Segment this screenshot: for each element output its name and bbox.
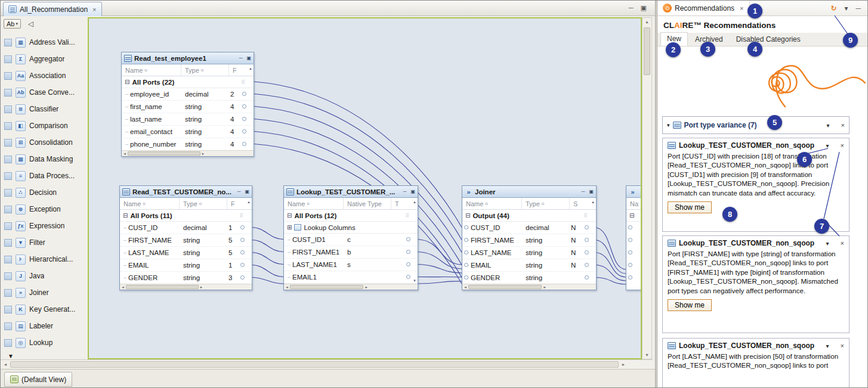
palette-item-association[interactable]: AaAssociation bbox=[4, 67, 88, 84]
drag-handle[interactable] bbox=[4, 306, 12, 313]
input-port-dots[interactable] bbox=[628, 225, 633, 280]
port-group-row[interactable]: ⊟ All Ports (11) ⠿ bbox=[120, 210, 252, 222]
palette-item-filter[interactable]: ▼Filter bbox=[4, 234, 88, 251]
dismiss-group-icon[interactable]: × bbox=[841, 122, 845, 129]
scroll-left-icon[interactable]: ◄ bbox=[1, 362, 10, 367]
port-row[interactable]: GENDERstring bbox=[462, 272, 596, 284]
output-port-dots[interactable] bbox=[242, 92, 247, 146]
scrollbar-thumb[interactable] bbox=[468, 285, 542, 289]
port-row[interactable]: LAST_NAMEstring5 bbox=[120, 247, 252, 259]
view-menu-icon[interactable]: ▾ bbox=[844, 4, 848, 13]
drag-handle[interactable] bbox=[4, 39, 12, 46]
minimize-icon[interactable]: ─ bbox=[855, 4, 861, 13]
tab-default-view[interactable]: (Default View) bbox=[4, 372, 72, 387]
collapse-icon[interactable]: ⊟ bbox=[629, 212, 634, 219]
box-horizontal-scrollbar[interactable]: ◄► bbox=[284, 284, 418, 290]
palette-item-case-converter[interactable]: AbCase Conve... bbox=[4, 84, 88, 101]
port-row[interactable]: employee_iddecimal2 bbox=[122, 88, 254, 101]
maximize-icon[interactable]: ▣ bbox=[641, 4, 647, 12]
expander-icon[interactable]: ▾ bbox=[667, 122, 670, 128]
port-row[interactable]: first_namestring4 bbox=[122, 101, 254, 113]
palette-item-address-validator[interactable]: ▦Address Vali... bbox=[4, 34, 88, 51]
palette-item-key-generator[interactable]: KKey Generat... bbox=[4, 301, 88, 318]
palette-item-exception[interactable]: ⊗Exception bbox=[4, 201, 88, 218]
collapse-icon[interactable]: ⊟ bbox=[123, 212, 128, 219]
dismiss-icon[interactable]: × bbox=[841, 342, 844, 349]
port-row[interactable]: LAST_NAME1s bbox=[284, 259, 418, 271]
drag-handle[interactable] bbox=[4, 322, 12, 330]
palette-item-aggregator[interactable]: ΣAggregator bbox=[4, 51, 88, 67]
collapse-icon[interactable]: ⊟ bbox=[287, 212, 292, 219]
port-row[interactable]: FIRST_NAMEstringN bbox=[462, 234, 596, 247]
drag-handle[interactable] bbox=[4, 172, 12, 180]
minimize-icon[interactable]: ─ bbox=[239, 55, 243, 61]
column-header-extra[interactable]: T bbox=[395, 200, 399, 207]
mapping-canvas[interactable]: Read_test_employee1 ─ ▣ Nameo Typeo F ▲ … bbox=[88, 17, 642, 359]
scroll-up-icon[interactable]: ▲ bbox=[645, 18, 649, 26]
palette-item-classifier[interactable]: ≋Classifier bbox=[4, 101, 88, 117]
table-view-icon[interactable]: ▣ bbox=[589, 189, 594, 194]
drag-handle[interactable] bbox=[4, 89, 12, 97]
drag-handle[interactable] bbox=[4, 55, 12, 63]
transformation-box-read-test-employee1[interactable]: Read_test_employee1 ─ ▣ Nameo Typeo F ▲ … bbox=[121, 52, 254, 157]
box-title-bar[interactable]: Read_TEST_CUSTOMER_no... ─ ▣ bbox=[120, 186, 252, 198]
table-view-icon[interactable]: ▣ bbox=[246, 55, 251, 61]
scrollbar-thumb[interactable] bbox=[290, 285, 363, 289]
expand-icon[interactable]: ⊞ bbox=[287, 224, 292, 231]
table-view-icon[interactable]: ▣ bbox=[410, 189, 415, 194]
show-me-button[interactable]: Show me bbox=[668, 201, 712, 213]
scroll-up-icon[interactable]: ▲ bbox=[591, 200, 595, 204]
column-header-name[interactable]: Name bbox=[125, 67, 143, 74]
column-header-type[interactable]: Type bbox=[185, 67, 199, 74]
transformation-box-joiner[interactable]: » Joiner ─ ▣ Nameo Typeo S ▲ ⊟ Output (4… bbox=[462, 185, 597, 290]
scrollbar-thumb[interactable] bbox=[10, 361, 619, 368]
port-row[interactable]: email_contactstring4 bbox=[122, 126, 254, 138]
scroll-up-icon[interactable]: ▲ bbox=[413, 200, 416, 204]
box-horizontal-scrollbar[interactable]: ◄► bbox=[122, 150, 254, 156]
palette-item-data-masking[interactable]: ▩Data Masking bbox=[4, 151, 88, 167]
drag-handle[interactable] bbox=[4, 72, 12, 80]
output-port-dots[interactable] bbox=[585, 225, 589, 280]
port-group-row[interactable]: ⊟ All Ports (12) ⠿ bbox=[284, 210, 418, 222]
refresh-icon[interactable]: ↻ bbox=[830, 4, 836, 13]
canvas-vertical-scrollbar[interactable]: ▲ ▼ bbox=[642, 17, 652, 359]
lookup-columns-row[interactable]: ⊞ Lookup Columns bbox=[284, 222, 418, 234]
drag-handle[interactable] bbox=[4, 139, 12, 147]
box-title-bar[interactable]: » bbox=[626, 186, 642, 198]
minimize-icon[interactable]: ─ bbox=[237, 189, 241, 194]
collapse-palette-icon[interactable]: ◁ bbox=[28, 20, 33, 28]
scrollbar-thumb[interactable] bbox=[126, 285, 199, 289]
close-icon[interactable]: × bbox=[92, 6, 96, 13]
box-horizontal-scrollbar[interactable]: ◄► bbox=[462, 284, 596, 290]
port-row[interactable]: LAST_NAMEstringN bbox=[462, 247, 596, 259]
box-title-bar[interactable]: Lookup_TEST_CUSTOMER_... ─ ▣ bbox=[284, 186, 418, 198]
column-header-type[interactable]: Type bbox=[526, 200, 540, 207]
recommendation-card-2[interactable]: Lookup_TEST_CUSTOMER_non_sqoop ▾ × Port … bbox=[662, 235, 850, 333]
scrollbar-thumb[interactable] bbox=[128, 151, 200, 156]
port-row[interactable]: CUST_ID1c bbox=[284, 234, 418, 246]
dismiss-icon[interactable]: × bbox=[841, 142, 844, 149]
column-header-name[interactable]: Name bbox=[288, 200, 305, 207]
transformation-box-lookup-test-customer[interactable]: Lookup_TEST_CUSTOMER_... ─ ▣ Nameo Nativ… bbox=[283, 185, 418, 290]
minimize-icon[interactable]: ─ bbox=[403, 189, 407, 194]
recommendation-card-1[interactable]: Lookup_TEST_CUSTOMER_non_sqoop ▾ × Port … bbox=[662, 138, 850, 232]
scroll-right-icon[interactable]: ► bbox=[200, 152, 206, 156]
drag-handle[interactable] bbox=[4, 256, 12, 263]
scroll-left-icon[interactable]: ◄ bbox=[284, 285, 290, 289]
chevron-down-icon[interactable]: ▾ bbox=[826, 240, 829, 247]
port-row[interactable]: CUST_IDdecimal1 bbox=[120, 222, 252, 234]
port-group-row[interactable]: ⊟ bbox=[626, 210, 642, 222]
port-row[interactable]: FIRST_NAMEstring5 bbox=[120, 234, 252, 247]
scrollbar-thumb[interactable] bbox=[644, 27, 650, 75]
port-row[interactable]: EMAILstring1 bbox=[120, 259, 252, 272]
scroll-right-icon[interactable]: ► bbox=[619, 362, 628, 367]
ab-tool-button[interactable]: Ab ▾ bbox=[4, 19, 21, 29]
output-port-dots[interactable] bbox=[240, 225, 245, 280]
port-row[interactable]: last_namestring4 bbox=[122, 113, 254, 126]
drag-handle[interactable] bbox=[4, 339, 12, 347]
column-header-name[interactable]: Na bbox=[630, 200, 638, 207]
scroll-up-icon[interactable]: ▲ bbox=[249, 67, 252, 70]
drag-handle[interactable] bbox=[4, 206, 12, 213]
input-port-dots[interactable] bbox=[464, 225, 469, 280]
scroll-left-icon[interactable]: ◄ bbox=[120, 285, 126, 289]
